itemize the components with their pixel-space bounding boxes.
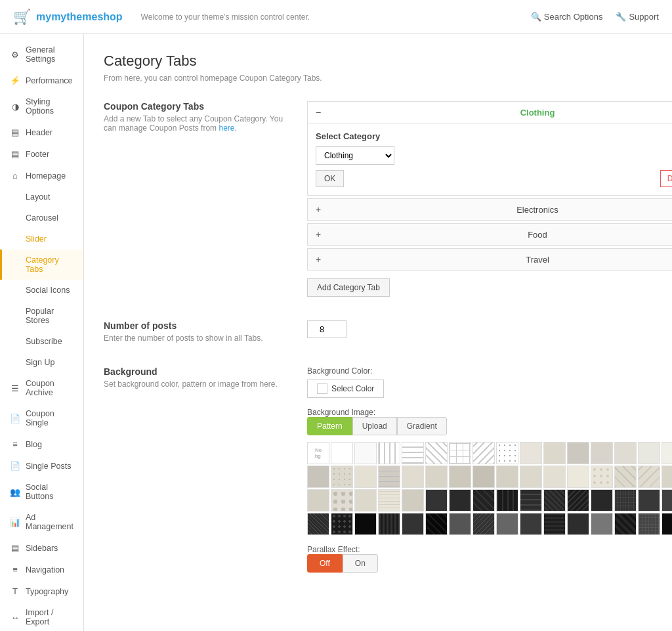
- sidebar-item-single-posts[interactable]: 📄 Single Posts: [0, 455, 83, 477]
- sidebar-item-slider[interactable]: Slider: [0, 228, 83, 250]
- category-select[interactable]: Clothing Electronics Food Travel: [316, 146, 394, 165]
- pattern-cell-9[interactable]: [543, 442, 566, 464]
- pattern-cell-r4-10[interactable]: [520, 513, 542, 535]
- sidebar-item-sign-up[interactable]: Sign Up: [0, 352, 83, 373]
- pattern-cell-4[interactable]: [425, 442, 448, 464]
- pattern-cell-8[interactable]: [520, 442, 542, 464]
- tab-electronics-header[interactable]: + Electronics: [308, 199, 672, 220]
- pattern-cell-r4-14[interactable]: [614, 513, 637, 535]
- pattern-cell-r3-4[interactable]: [378, 489, 400, 511]
- pattern-cell-10[interactable]: [567, 442, 589, 464]
- pattern-cell-r4-4[interactable]: [378, 513, 400, 535]
- select-color-button[interactable]: Select Color: [307, 380, 384, 398]
- pattern-cell-r3-10[interactable]: [520, 489, 542, 511]
- sidebar-item-blog[interactable]: ≡ Blog: [0, 433, 83, 455]
- pattern-cell-r2-13[interactable]: [591, 466, 613, 488]
- pattern-cell-r2-6[interactable]: [425, 466, 448, 488]
- pattern-cell-7[interactable]: [496, 442, 518, 464]
- pattern-cell-r4-13[interactable]: [591, 513, 613, 535]
- sidebar-item-coupon-single[interactable]: 📄 Coupon Single: [0, 403, 83, 433]
- pattern-cell-r2-7[interactable]: [449, 466, 471, 488]
- pattern-cell-11[interactable]: [591, 442, 613, 464]
- pattern-cell-r4-11[interactable]: [543, 513, 566, 535]
- pattern-cell-r3-7[interactable]: [449, 489, 471, 511]
- add-category-tab-button[interactable]: Add Category Tab: [307, 278, 390, 297]
- pattern-cell-r2-15[interactable]: [638, 466, 660, 488]
- pattern-cell-r3-11[interactable]: [543, 489, 566, 511]
- pattern-cell-5[interactable]: [449, 442, 471, 464]
- pattern-cell-r2-14[interactable]: [614, 466, 637, 488]
- pattern-cell-r4-7[interactable]: [449, 513, 471, 535]
- pattern-cell-r4-16[interactable]: [662, 513, 672, 535]
- pattern-cell-r4-1[interactable]: [307, 513, 329, 535]
- pattern-cell-r3-8[interactable]: [472, 489, 495, 511]
- pattern-cell-13[interactable]: [638, 442, 660, 464]
- sidebar-item-category-tabs[interactable]: Category Tabs: [0, 250, 83, 280]
- sidebar-item-typography[interactable]: T Typography: [0, 580, 83, 602]
- ok-button[interactable]: OK: [316, 170, 344, 187]
- pattern-cell-r3-2[interactable]: [331, 489, 353, 511]
- pattern-cell-r3-15[interactable]: [638, 489, 660, 511]
- here-link[interactable]: here: [219, 123, 234, 133]
- support-link[interactable]: 🔧 Support: [616, 12, 659, 22]
- upload-tab-button[interactable]: Upload: [352, 417, 397, 435]
- pattern-cell-14[interactable]: [662, 442, 672, 464]
- pattern-cell-6[interactable]: [472, 442, 495, 464]
- sidebar-item-social-icons[interactable]: Social Icons: [0, 280, 83, 301]
- pattern-cell-r4-2[interactable]: [331, 513, 353, 535]
- pattern-cell-r3-1[interactable]: [307, 489, 329, 511]
- pattern-cell-r4-5[interactable]: [402, 513, 424, 535]
- pattern-cell-r2-2[interactable]: [331, 466, 353, 488]
- sidebar-item-popular-stores[interactable]: Popular Stores: [0, 301, 83, 331]
- sidebar-item-performance[interactable]: ⚡ Performance: [0, 70, 83, 91]
- pattern-cell-r4-8[interactable]: [472, 513, 495, 535]
- pattern-cell-r4-3[interactable]: [354, 513, 377, 535]
- sidebar-item-coupon-archive[interactable]: ☰ Coupon Archive: [0, 373, 83, 403]
- pattern-cell-r4-6[interactable]: [425, 513, 448, 535]
- pattern-cell-r4-12[interactable]: [567, 513, 589, 535]
- pattern-cell-1[interactable]: [354, 442, 377, 464]
- pattern-cell-r3-9[interactable]: [496, 489, 518, 511]
- delete-category-tab-button[interactable]: Delete Category Tab: [660, 170, 672, 187]
- pattern-cell-r4-9[interactable]: [496, 513, 518, 535]
- pattern-cell-r2-12[interactable]: [567, 466, 589, 488]
- pattern-cell-r3-13[interactable]: [591, 489, 613, 511]
- sidebar-item-subscribe[interactable]: Subscribe: [0, 331, 83, 352]
- pattern-cell-r3-5[interactable]: [402, 489, 424, 511]
- pattern-cell-2[interactable]: [378, 442, 400, 464]
- parallax-off-button[interactable]: Off: [307, 554, 343, 573]
- sidebar-item-social-buttons[interactable]: 👥 Social Buttons: [0, 477, 83, 507]
- pattern-cell-r2-11[interactable]: [543, 466, 566, 488]
- search-options-link[interactable]: 🔍 Search Options: [531, 12, 603, 22]
- sidebar-item-layout[interactable]: Layout: [0, 186, 83, 207]
- tab-travel-header[interactable]: + Travel: [308, 249, 672, 270]
- sidebar-item-footer[interactable]: ▤ Footer: [0, 143, 83, 165]
- pattern-cell-r4-15[interactable]: [638, 513, 660, 535]
- sidebar-item-carousel[interactable]: Carousel: [0, 207, 83, 228]
- sidebar-item-general-settings[interactable]: ⚙ General Settings: [0, 39, 83, 70]
- pattern-cell-r3-3[interactable]: [354, 489, 377, 511]
- tab-food-header[interactable]: + Food: [308, 224, 672, 245]
- sidebar-item-navigation[interactable]: ≡ Navigation: [0, 559, 83, 580]
- tab-clothing-header[interactable]: − Clothing: [308, 102, 672, 123]
- pattern-cell-r2-9[interactable]: [496, 466, 518, 488]
- pattern-cell-r2-4[interactable]: [378, 466, 400, 488]
- pattern-cell-r2-5[interactable]: [402, 466, 424, 488]
- pattern-cell-r2-1[interactable]: [307, 466, 329, 488]
- pattern-cell-r2-8[interactable]: [472, 466, 495, 488]
- pattern-cell-r3-6[interactable]: [425, 489, 448, 511]
- pattern-cell-r3-14[interactable]: [614, 489, 637, 511]
- pattern-cell-3[interactable]: [402, 442, 424, 464]
- parallax-on-button[interactable]: On: [343, 554, 378, 573]
- pattern-cell-r2-10[interactable]: [520, 466, 542, 488]
- pattern-cell-r2-16[interactable]: [662, 466, 672, 488]
- pattern-cell-r3-12[interactable]: [567, 489, 589, 511]
- pattern-cell-12[interactable]: [614, 442, 637, 464]
- number-of-posts-input[interactable]: [307, 320, 346, 338]
- gradient-tab-button[interactable]: Gradient: [397, 417, 447, 435]
- pattern-cell-nobg[interactable]: Nobg: [307, 442, 329, 464]
- sidebar-item-header[interactable]: ▤ Header: [0, 121, 83, 143]
- sidebar-item-import-export[interactable]: ↔ Import / Export: [0, 602, 83, 631]
- sidebar-item-homepage[interactable]: ⌂ Homepage: [0, 165, 83, 186]
- sidebar-item-ad-management[interactable]: 📊 Ad Management: [0, 507, 83, 537]
